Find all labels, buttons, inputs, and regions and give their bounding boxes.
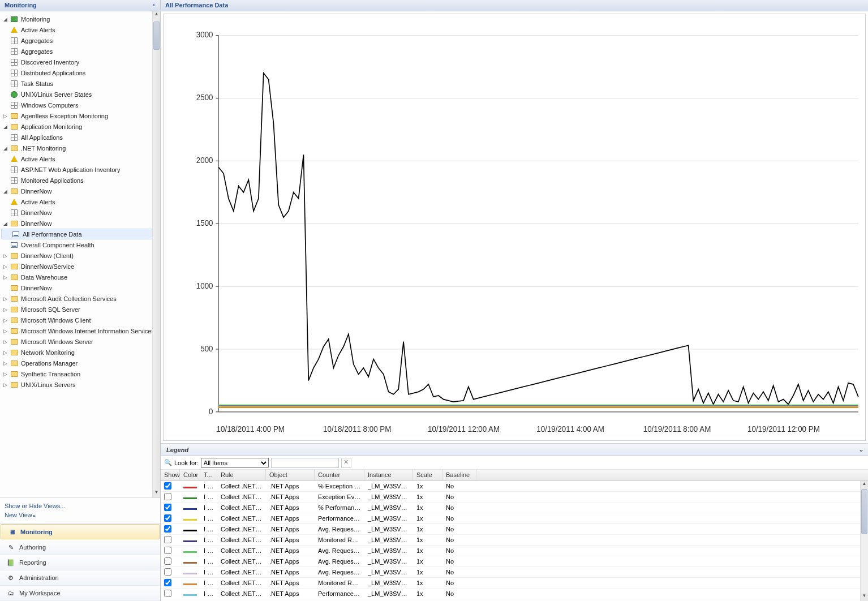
tree-item[interactable]: ◢DinnerNow	[0, 186, 160, 196]
legend-collapse-icon[interactable]: ⌄	[858, 446, 863, 453]
tree-item[interactable]: UNIX/Linux Server States	[0, 89, 160, 100]
tree-item[interactable]: ▷Microsoft Audit Collection Services	[0, 293, 160, 304]
show-checkbox[interactable]	[164, 557, 171, 565]
new-view-link[interactable]: New View▸	[5, 510, 156, 520]
tree-item[interactable]: All Performance Data	[1, 229, 159, 239]
tree-toggle-icon[interactable]: ▷	[2, 371, 8, 377]
tree-item[interactable]: DinnerNow	[0, 282, 160, 293]
wunderbar-my-workspace[interactable]: 🗂My Workspace	[0, 586, 160, 601]
show-checkbox[interactable]	[164, 493, 171, 500]
legend-row[interactable]: I m...Collect .NET App....NET AppsMonito…	[161, 578, 868, 589]
show-checkbox[interactable]	[164, 579, 171, 586]
tree-toggle-icon[interactable]: ▷	[2, 328, 8, 334]
legend-row[interactable]: I M...Collect .NET App....NET Apps% Perf…	[161, 503, 868, 513]
tree-item[interactable]: ▷Operations Manager	[0, 358, 160, 368]
tree-toggle-icon[interactable]: ▷	[2, 295, 8, 302]
tree-item[interactable]: All Applications	[0, 132, 160, 143]
grid-scroll-down-icon[interactable]: ▼	[861, 593, 868, 601]
column-header[interactable]: T...	[200, 470, 217, 480]
show-checkbox[interactable]	[164, 514, 171, 522]
wunderbar-monitoring[interactable]: 🖥Monitoring	[1, 524, 160, 539]
tree-item[interactable]: ▷Microsoft SQL Server	[0, 304, 160, 315]
column-header[interactable]: Show	[161, 470, 180, 480]
show-checkbox[interactable]	[164, 504, 171, 511]
tree-toggle-icon[interactable]: ▷	[2, 263, 8, 269]
tree-item[interactable]: Monitored Applications	[0, 175, 160, 186]
column-header[interactable]: Baseline	[442, 470, 476, 480]
scroll-thumb[interactable]	[153, 22, 160, 50]
column-header[interactable]: Scale	[413, 470, 442, 480]
tree-item[interactable]: ASP.NET Web Application Inventory	[0, 164, 160, 175]
show-checkbox[interactable]	[164, 568, 171, 576]
tree-item[interactable]: ▷Microsoft Windows Server	[0, 336, 160, 347]
tree-item[interactable]: ▷Synthetic Transaction	[0, 368, 160, 379]
legend-row[interactable]: I M...Collect .NET App....NET Apps% Exce…	[161, 481, 868, 492]
show-hide-views-link[interactable]: Show or Hide Views...	[5, 501, 156, 510]
show-checkbox[interactable]	[164, 525, 171, 533]
legend-row[interactable]: I M...Collect .NET App....NET AppsMonito…	[161, 535, 868, 546]
tree-toggle-icon[interactable]: ▷	[2, 317, 8, 323]
tree-item[interactable]: ▷UNIX/Linux Servers	[0, 379, 160, 390]
column-header[interactable]: Counter	[315, 470, 364, 480]
tree-item[interactable]: Aggregates	[0, 35, 160, 46]
legend-row[interactable]: I m...Collect .NET App....NET AppsPerfor…	[161, 589, 868, 599]
tree-item[interactable]: ▷DinnerNow/Service	[0, 261, 160, 272]
grid-scroll-thumb[interactable]	[861, 489, 867, 534]
tree-item[interactable]: DinnerNow	[0, 207, 160, 218]
wunderbar-administration[interactable]: ⚙Administration	[0, 570, 160, 586]
tree-toggle-icon[interactable]: ◢	[2, 188, 8, 194]
legend-row[interactable]: I M...Collect .NET App....NET AppsAvg. R…	[161, 546, 868, 556]
grid-scroll-up-icon[interactable]: ▲	[861, 481, 868, 489]
clear-search-button[interactable]: ✕	[341, 458, 351, 468]
tree-item[interactable]: ◢Application Monitoring	[0, 121, 160, 132]
tree-item[interactable]: ▷Microsoft Windows Internet Information …	[0, 325, 160, 336]
tree-item[interactable]: Task Status	[0, 78, 160, 89]
scroll-down-icon[interactable]: ▼	[153, 490, 160, 497]
legend-row[interactable]: I M...Collect .NET App....NET AppsPerfor…	[161, 513, 868, 524]
tree-item[interactable]: ▷DinnerNow (Client)	[0, 250, 160, 261]
show-checkbox[interactable]	[164, 590, 171, 597]
tree-item[interactable]: ◢.NET Monitoring	[0, 143, 160, 153]
wunderbar-reporting[interactable]: 📗Reporting	[0, 555, 160, 570]
tree-item[interactable]: Aggregates	[0, 46, 160, 57]
filter-select[interactable]: All Items	[201, 458, 269, 468]
legend-row[interactable]: I M...Collect .NET App....NET AppsAvg. R…	[161, 524, 868, 535]
column-header[interactable]: Object	[266, 470, 315, 480]
tree-item[interactable]: ▷Microsoft Windows Client	[0, 315, 160, 325]
tree-toggle-icon[interactable]: ◢	[2, 16, 8, 22]
tree-item[interactable]: ◢Monitoring	[0, 14, 160, 24]
tree-item[interactable]: ▷Agentless Exception Monitoring	[0, 110, 160, 121]
tree-item[interactable]: Overall Component Health	[0, 239, 160, 250]
tree-item[interactable]: ▷Data Warehouse	[0, 272, 160, 282]
tree-toggle-icon[interactable]: ◢	[2, 220, 8, 226]
tree-item[interactable]: Active Alerts	[0, 153, 160, 164]
scroll-up-icon[interactable]: ▲	[153, 11, 160, 19]
tree-toggle-icon[interactable]: ◢	[2, 145, 8, 151]
tree-toggle-icon[interactable]: ▷	[2, 360, 8, 366]
legend-row[interactable]: I M...Collect .NET App....NET AppsAvg. R…	[161, 567, 868, 578]
legend-row[interactable]: I M...Collect .NET App....NET AppsExcept…	[161, 492, 868, 503]
tree-item[interactable]: ◢DinnerNow	[0, 218, 160, 229]
column-header[interactable]: Color	[180, 470, 200, 480]
tree-item[interactable]: Active Alerts	[0, 196, 160, 207]
tree-toggle-icon[interactable]: ▷	[2, 381, 8, 388]
show-checkbox[interactable]	[164, 482, 171, 490]
tree-toggle-icon[interactable]: ▷	[2, 274, 8, 280]
search-input[interactable]	[271, 458, 339, 468]
legend-header[interactable]: Legend ⌄	[161, 443, 868, 456]
tree-scrollbar[interactable]: ▲ ▼	[152, 11, 160, 497]
tree-item[interactable]: Active Alerts	[0, 24, 160, 35]
column-header[interactable]: Instance	[364, 470, 413, 480]
column-header[interactable]: Rule	[217, 470, 266, 480]
legend-row[interactable]: I M...Collect .NET App....NET AppsAvg. R…	[161, 556, 868, 567]
tree-toggle-icon[interactable]: ▷	[2, 349, 8, 355]
tree-toggle-icon[interactable]: ▷	[2, 252, 8, 259]
tree-toggle-icon[interactable]: ▷	[2, 113, 8, 119]
tree-toggle-icon[interactable]: ▷	[2, 338, 8, 345]
show-checkbox[interactable]	[164, 547, 171, 554]
tree-item[interactable]: ▷Network Monitoring	[0, 347, 160, 358]
tree-item[interactable]: Windows Computers	[0, 100, 160, 110]
tree-toggle-icon[interactable]: ◢	[2, 123, 8, 130]
performance-chart[interactable]: 05001000150020002500300010/18/2011 4:00 …	[163, 14, 866, 441]
grid-scrollbar[interactable]: ▲ ▼	[860, 481, 868, 601]
